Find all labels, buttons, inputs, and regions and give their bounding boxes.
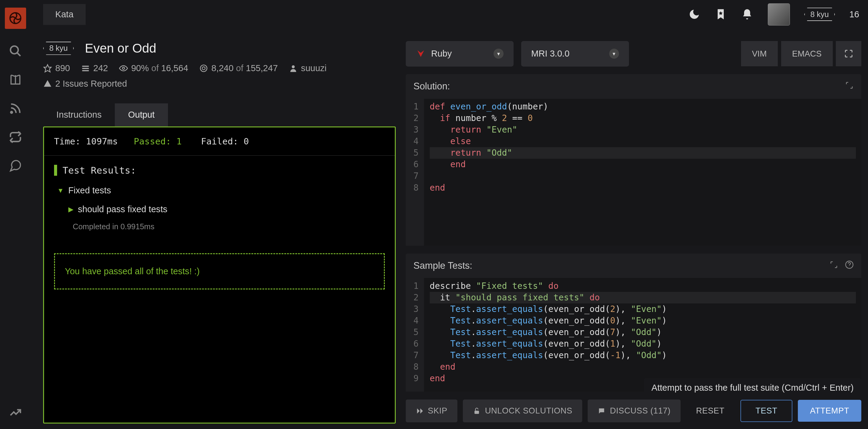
solution-title: Solution:: [413, 81, 450, 92]
tests-editor[interactable]: 123456789 describe "Fixed tests" do it "…: [406, 278, 861, 392]
help-icon[interactable]: [845, 260, 854, 271]
avatar[interactable]: [768, 3, 790, 26]
discuss-button[interactable]: DISCUSS (117): [588, 400, 680, 423]
output-tabs: Instructions Output: [43, 104, 396, 127]
chevron-down-icon: ▾: [609, 49, 619, 59]
docs-icon[interactable]: [9, 73, 22, 86]
issues-reported[interactable]: 2 Issues Reported: [43, 73, 396, 89]
fullscreen-button[interactable]: [836, 41, 861, 66]
language-select[interactable]: Ruby ▾: [406, 41, 514, 66]
svg-rect-5: [82, 66, 89, 67]
test-time: Time: 1097ms: [54, 136, 118, 147]
kata-title: Even or Odd: [85, 41, 156, 56]
solution-editor[interactable]: 12345678 def even_or_odd(number) if numb…: [406, 99, 861, 246]
stat-author[interactable]: suuuzi: [289, 63, 327, 73]
svg-rect-7: [82, 70, 89, 72]
bookmark-icon[interactable]: [715, 8, 727, 20]
test-failed: Failed: 0: [201, 136, 249, 147]
all-passed-banner: You have passed all of the tests! :): [54, 253, 385, 289]
nav-tab-kata[interactable]: Kata: [43, 4, 86, 25]
svg-point-8: [122, 67, 125, 69]
trending-icon[interactable]: [9, 406, 22, 419]
vim-mode-button[interactable]: VIM: [741, 41, 778, 66]
svg-point-3: [11, 112, 12, 113]
test-button[interactable]: TEST: [740, 400, 793, 422]
svg-point-1: [11, 46, 18, 54]
attempt-tooltip: Attempt to pass the full test suite (Cmd…: [644, 378, 862, 397]
chat-icon[interactable]: [9, 159, 22, 173]
logo[interactable]: [5, 8, 26, 29]
output-panel: Time: 1097ms Passed: 1 Failed: 0 Test Re…: [43, 126, 396, 424]
chevron-down-icon: ▾: [494, 49, 503, 59]
completed-in: Completed in 0.9915ms: [57, 222, 385, 231]
attempt-button[interactable]: ATTEMPT: [798, 400, 861, 422]
solution-panel: Solution: 12345678 def even_or_odd(numbe…: [406, 74, 861, 246]
stat-satisfaction[interactable]: 90% of 16,564: [119, 63, 188, 73]
svg-point-10: [202, 67, 205, 70]
reset-button[interactable]: RESET: [686, 400, 734, 423]
theme-toggle-icon[interactable]: [688, 8, 700, 20]
tests-panel: Sample Tests: 123456789 describe "Fixed …: [406, 254, 861, 392]
svg-line-2: [17, 53, 20, 56]
sidebar: [0, 0, 31, 429]
topbar: Kata 8 kyu 16: [31, 0, 868, 29]
action-bar: Attempt to pass the full test suite (Cmd…: [406, 400, 861, 424]
test-case[interactable]: ▶should pass fixed tests: [57, 204, 385, 214]
svg-rect-13: [474, 410, 479, 414]
stat-collections[interactable]: 242: [81, 63, 108, 73]
tab-instructions[interactable]: Instructions: [43, 104, 115, 127]
expand-icon[interactable]: [830, 260, 838, 271]
test-group[interactable]: ▼Fixed tests: [57, 185, 385, 196]
skip-button[interactable]: SKIP: [406, 400, 457, 423]
svg-marker-4: [44, 64, 51, 72]
results-header: Test Results:: [54, 165, 385, 176]
svg-rect-6: [82, 68, 89, 69]
emacs-mode-button[interactable]: EMACS: [781, 41, 833, 66]
kata-kyu-badge: 8 kyu: [43, 42, 74, 55]
unlock-solutions-button[interactable]: UNLOCK SOLUTIONS: [463, 400, 582, 423]
version-select[interactable]: MRI 3.0.0 ▾: [521, 41, 629, 66]
stat-completed[interactable]: 8,240 of 155,247: [199, 63, 278, 73]
bell-icon[interactable]: [741, 8, 753, 20]
tests-title: Sample Tests:: [413, 260, 472, 271]
feed-icon[interactable]: [9, 102, 22, 115]
search-icon[interactable]: [9, 45, 22, 58]
expand-icon[interactable]: [845, 81, 854, 92]
repeat-icon[interactable]: [9, 131, 22, 144]
test-passed: Passed: 1: [134, 136, 182, 147]
svg-point-9: [200, 65, 207, 72]
stat-stars[interactable]: 890: [43, 63, 70, 73]
svg-point-11: [292, 65, 295, 68]
user-kyu-badge: 8 kyu: [804, 8, 835, 21]
user-rank: 16: [849, 9, 859, 20]
tab-output[interactable]: Output: [115, 104, 168, 127]
kata-header: 8 kyu Even or Odd 890 242 90% of 16,564 …: [43, 29, 396, 94]
